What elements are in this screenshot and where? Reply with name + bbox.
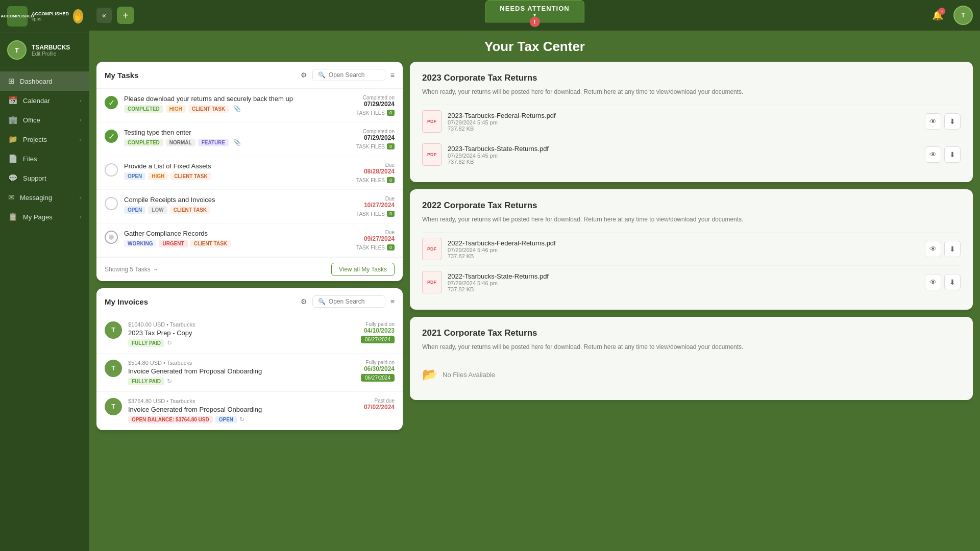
view-all-tasks-button[interactable]: View all My Tasks — [331, 263, 395, 276]
pdf-date: 07/29/2024 5:46 pm — [448, 280, 919, 286]
task-check-completed[interactable]: ✓ — [105, 96, 118, 109]
task-check-open[interactable] — [105, 197, 118, 210]
task-date-label: Due — [323, 162, 395, 168]
pdf-icon: PDF — [422, 143, 442, 166]
task-check-open[interactable] — [105, 163, 118, 177]
invoice-meta: Past due 07/02/2024 — [323, 398, 395, 411]
task-badges: COMPLETED HIGH CLIENT TASK 📎 — [124, 105, 317, 113]
sidebar-item-label: Calendar — [23, 97, 50, 105]
sidebar-item-files[interactable]: 📄 Files — [0, 149, 89, 168]
search-icon: 🔍 — [318, 298, 326, 305]
table-row: Compile Receipts and Invoices OPEN LOW C… — [96, 190, 403, 223]
refresh-icon[interactable]: ↻ — [167, 378, 172, 385]
refresh-icon[interactable]: ↻ — [239, 416, 244, 423]
attach-icon[interactable]: 📎 — [233, 139, 241, 146]
tax-returns-2023-title: 2023 Corporate Tax Returns — [422, 73, 961, 83]
sidebar-item-dashboard[interactable]: ⊞ Dashboard — [0, 71, 89, 91]
preview-button[interactable]: 👁 — [925, 274, 941, 290]
badge-fully-paid: FULLY PAID — [128, 378, 164, 385]
badge-open-balance: OPEN BALANCE: $3764.80 USD — [128, 416, 213, 423]
table-row: Gather Compliance Records WORKING URGENT… — [96, 223, 403, 257]
sidebar-item-support[interactable]: 💬 Support — [0, 168, 89, 188]
invoices-search-input[interactable] — [329, 298, 380, 305]
invoice-date-primary: 07/02/2024 — [323, 404, 395, 411]
task-files-count: 0 — [387, 211, 395, 217]
list-item: T $1040.00 USD • Tsarbucks 2023 Tax Prep… — [96, 315, 403, 354]
sidebar-item-label: Dashboard — [20, 78, 53, 85]
pdf-info: 2022-Tsarbucks-State-Returns.pdf 07/29/2… — [448, 272, 919, 292]
sidebar-item-projects[interactable]: 📁 Projects › — [0, 130, 89, 149]
task-files: TASK FILES 0 — [323, 177, 395, 183]
download-button[interactable]: ⬇ — [944, 241, 961, 257]
pdf-info: 2023-Tsarbucks-Federal-Returns.pdf 07/29… — [448, 112, 919, 132]
pdf-item: PDF 2023-Tsarbucks-Federal-Returns.pdf 0… — [422, 105, 961, 138]
filter-icon[interactable]: ⚙ — [301, 71, 307, 79]
badge-completed: COMPLETED — [124, 105, 163, 113]
refresh-icon[interactable]: ↻ — [167, 339, 172, 347]
pdf-actions: 👁 ⬇ — [925, 146, 961, 163]
my-invoices-card: My Invoices ⚙ 🔍 ≡ T $1040.00 U — [96, 288, 403, 430]
content-body: My Tasks ⚙ 🔍 ≡ ✓ Please download your re… — [89, 62, 980, 551]
pdf-size: 737.82 KB — [448, 253, 919, 259]
collapse-sidebar-button[interactable]: « — [96, 8, 112, 23]
invoice-date-tag: 06/27/2024 — [361, 336, 395, 343]
files-label: TASK FILES — [356, 178, 385, 183]
task-files-count: 0 — [387, 244, 395, 251]
download-button[interactable]: ⬇ — [944, 274, 961, 290]
notifications-button[interactable]: 🔔 4 — [929, 7, 946, 24]
attach-icon[interactable]: 📎 — [233, 105, 241, 113]
sort-icon[interactable]: ≡ — [390, 297, 395, 306]
files-label: TASK FILES — [356, 144, 385, 149]
invoice-badges: FULLY PAID ↻ — [128, 339, 317, 347]
task-date: 09/27/2024 — [323, 235, 395, 242]
showing-count: Showing 5 Tasks → — [105, 266, 159, 273]
badge-client: CLIENT TASK — [188, 105, 229, 113]
tasks-search-input[interactable] — [329, 71, 380, 79]
tax-returns-2021-card: 2021 Corporate Tax Returns When ready, y… — [410, 317, 973, 400]
badge-working: WORKING — [124, 240, 156, 247]
needs-attention-text: NEEDS ATTENTION — [500, 5, 569, 12]
office-icon: 🏢 — [8, 115, 18, 124]
pdf-item: PDF 2023-Tsarbucks-State-Returns.pdf 07/… — [422, 138, 961, 171]
task-files: TASK FILES 0 — [323, 244, 395, 251]
sidebar-item-mypages[interactable]: 📋 My Pages › — [0, 207, 89, 227]
preview-button[interactable]: 👁 — [925, 241, 941, 257]
invoice-avatar: T — [105, 360, 122, 377]
preview-button[interactable]: 👁 — [925, 113, 941, 130]
table-row: Provide a List of Fixed Assets OPEN HIGH… — [96, 156, 403, 190]
left-column: My Tasks ⚙ 🔍 ≡ ✓ Please download your re… — [96, 62, 403, 544]
sidebar-item-office[interactable]: 🏢 Office › — [0, 110, 89, 130]
task-check-completed[interactable]: ✓ — [105, 130, 118, 143]
pdf-size: 737.82 KB — [448, 286, 919, 292]
preview-button[interactable]: 👁 — [925, 146, 941, 163]
pdf-date: 07/29/2024 5:46 pm — [448, 247, 919, 253]
task-check-working[interactable] — [105, 231, 118, 244]
badge-client: CLIENT TASK — [170, 172, 211, 180]
needs-attention-banner[interactable]: NEEDS ATTENTION ▾ ! — [485, 0, 584, 22]
sidebar-username: TSARBUCKS — [32, 44, 70, 51]
filter-icon[interactable]: ⚙ — [301, 297, 307, 306]
my-invoices-header: My Invoices ⚙ 🔍 ≡ — [96, 288, 403, 315]
task-date: 08/28/2024 — [323, 168, 395, 175]
my-tasks-card: My Tasks ⚙ 🔍 ≡ ✓ Please download your re… — [96, 62, 403, 281]
download-button[interactable]: ⬇ — [944, 113, 961, 130]
sidebar-item-label: Office — [23, 116, 40, 124]
invoice-body: $3764.80 USD • Tsarbucks Invoice Generat… — [128, 398, 317, 423]
projects-icon: 📁 — [8, 135, 18, 144]
download-button[interactable]: ⬇ — [944, 146, 961, 163]
task-meta: Completed on 07/29/2024 TASK FILES 0 — [323, 95, 395, 116]
edit-profile-link[interactable]: Edit Profile — [32, 51, 70, 57]
sidebar-item-calendar[interactable]: 📅 Calendar › — [0, 91, 89, 110]
user-avatar-top[interactable]: T — [953, 6, 973, 25]
files-label: TASK FILES — [356, 110, 385, 116]
needs-attention-dot: ! — [530, 17, 540, 27]
invoices-search-box[interactable]: 🔍 — [312, 295, 385, 308]
sort-icon[interactable]: ≡ — [390, 71, 395, 79]
invoice-title: Invoice Generated from Proposal Onboardi… — [128, 367, 317, 375]
invoice-date-primary: 06/30/2024 — [323, 365, 395, 372]
add-button[interactable]: + — [117, 7, 134, 24]
sidebar-item-messaging[interactable]: ✉ Messaging › — [0, 188, 89, 207]
tasks-search-box[interactable]: 🔍 — [312, 69, 385, 81]
pdf-item: PDF 2022-Tsarbucks-State-Returns.pdf 07/… — [422, 265, 961, 298]
right-column: 2023 Corporate Tax Returns When ready, y… — [410, 62, 973, 544]
